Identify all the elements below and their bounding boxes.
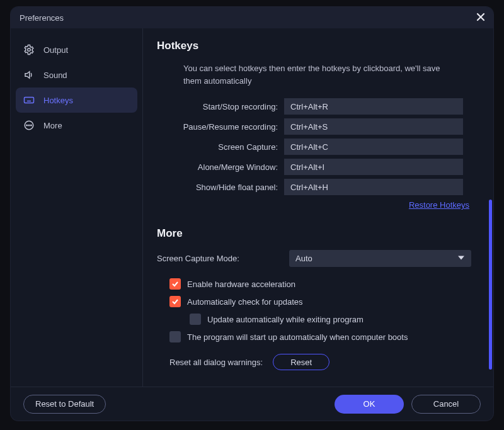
hotkey-input-start-stop[interactable] bbox=[284, 98, 463, 115]
checkbox-label: The program will start up automatically … bbox=[187, 332, 408, 342]
sidebar-item-label: Hotkeys bbox=[43, 96, 73, 105]
reset-default-button[interactable]: Reset to Default bbox=[23, 395, 106, 414]
keyboard-icon bbox=[23, 94, 35, 106]
gear-icon bbox=[23, 44, 35, 55]
sidebar-item-more[interactable]: More bbox=[16, 113, 137, 138]
window-title: Preferences bbox=[20, 13, 64, 23]
scrollbar-thumb[interactable] bbox=[489, 200, 492, 370]
speaker-icon bbox=[23, 69, 35, 81]
hotkey-row-pause-resume: Pause/Resume recording: bbox=[157, 118, 471, 135]
sidebar: Output Sound Hotkeys More bbox=[11, 28, 143, 387]
sidebar-item-output[interactable]: Output bbox=[16, 37, 137, 62]
sidebar-item-label: More bbox=[43, 121, 62, 130]
preferences-window: Preferences Output Sound bbox=[11, 7, 493, 421]
sidebar-item-label: Output bbox=[43, 45, 68, 55]
content-panel: Hotkeys You can select hotkeys then ente… bbox=[143, 28, 493, 387]
close-button[interactable] bbox=[474, 11, 487, 24]
svg-rect-1 bbox=[25, 98, 34, 103]
reset-warnings-button[interactable]: Reset bbox=[273, 354, 329, 370]
hotkey-label: Screen Capture: bbox=[157, 142, 284, 152]
footer: Reset to Default OK Cancel bbox=[11, 387, 493, 421]
hotkey-label: Show/Hide float panel: bbox=[157, 183, 284, 192]
hotkey-label: Alone/Merge Window: bbox=[157, 162, 284, 172]
svg-point-0 bbox=[28, 48, 31, 52]
checkbox-hw-accel[interactable]: Enable hardware acceleration bbox=[169, 278, 471, 290]
checkbox-label: Automatically check for updates bbox=[187, 297, 303, 307]
close-panel-label: When close main panel: bbox=[190, 385, 471, 387]
hotkey-row-screen-capture: Screen Capture: bbox=[157, 139, 471, 155]
checkbox-label: Enable hardware acceleration bbox=[187, 280, 295, 289]
ok-button[interactable]: OK bbox=[335, 395, 404, 414]
sidebar-item-hotkeys[interactable]: Hotkeys bbox=[16, 88, 137, 113]
check-icon bbox=[169, 296, 181, 307]
restore-hotkeys-link[interactable]: Restore Hotkeys bbox=[157, 200, 469, 210]
checkbox-update-on-exit[interactable]: Update automatically while exiting progr… bbox=[190, 314, 471, 325]
capture-mode-row: Screen Capture Mode: Auto bbox=[157, 250, 471, 267]
window-body: Output Sound Hotkeys More bbox=[11, 28, 493, 387]
svg-point-4 bbox=[28, 125, 30, 126]
reset-warnings-row: Reset all dialog warnings: Reset bbox=[169, 354, 471, 370]
close-icon bbox=[476, 13, 485, 23]
capture-mode-label: Screen Capture Mode: bbox=[157, 254, 289, 263]
hotkey-label: Pause/Resume recording: bbox=[157, 122, 284, 132]
checkbox-auto-update[interactable]: Automatically check for updates bbox=[169, 296, 471, 307]
svg-point-3 bbox=[26, 125, 28, 126]
hotkeys-heading: Hotkeys bbox=[157, 40, 471, 52]
more-icon bbox=[23, 120, 35, 131]
hotkey-row-float-panel: Show/Hide float panel: bbox=[157, 179, 471, 195]
sidebar-item-sound[interactable]: Sound bbox=[16, 62, 137, 88]
capture-mode-value: Auto bbox=[295, 254, 312, 263]
checkbox-empty-icon bbox=[190, 314, 201, 325]
content-scroll[interactable]: Hotkeys You can select hotkeys then ente… bbox=[143, 28, 489, 387]
svg-point-5 bbox=[31, 125, 32, 126]
titlebar: Preferences bbox=[11, 7, 493, 28]
chevron-down-icon bbox=[457, 254, 465, 263]
more-section: More Screen Capture Mode: Auto bbox=[157, 227, 471, 387]
checkbox-empty-icon bbox=[169, 331, 181, 342]
hotkey-label: Start/Stop recording: bbox=[157, 102, 284, 111]
sidebar-item-label: Sound bbox=[43, 71, 67, 80]
hotkey-input-screen-capture[interactable] bbox=[284, 139, 463, 155]
reset-warnings-label: Reset all dialog warnings: bbox=[169, 358, 263, 367]
hotkeys-description: You can select hotkeys then enter the ho… bbox=[183, 62, 454, 87]
hotkey-input-alone-merge[interactable] bbox=[284, 159, 463, 175]
hotkey-row-alone-merge: Alone/Merge Window: bbox=[157, 159, 471, 175]
more-heading: More bbox=[157, 227, 471, 240]
hotkey-input-float-panel[interactable] bbox=[284, 179, 463, 195]
hotkey-row-start-stop: Start/Stop recording: bbox=[157, 98, 471, 115]
hotkey-input-pause-resume[interactable] bbox=[284, 118, 463, 135]
check-icon bbox=[169, 278, 181, 290]
capture-mode-select[interactable]: Auto bbox=[289, 250, 471, 267]
checkbox-label: Update automatically while exiting progr… bbox=[207, 315, 364, 324]
cancel-button[interactable]: Cancel bbox=[411, 395, 481, 414]
checkbox-autostart[interactable]: The program will start up automatically … bbox=[169, 331, 471, 342]
